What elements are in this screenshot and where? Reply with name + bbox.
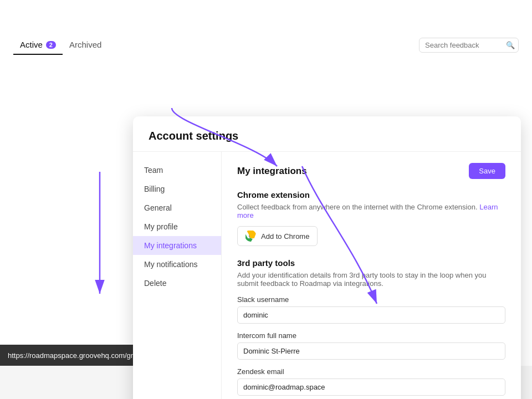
zendesk-label: Zendesk email — [237, 367, 505, 376]
tab-active[interactable]: Active 2 — [13, 35, 63, 55]
intercom-label: Intercom full name — [237, 331, 505, 340]
nav-item-my-notifications[interactable]: My notifications — [133, 255, 221, 274]
intercom-input[interactable] — [237, 342, 505, 360]
search-input[interactable] — [425, 41, 503, 49]
zendesk-input[interactable] — [237, 378, 505, 396]
slack-input[interactable] — [237, 306, 505, 324]
account-settings-modal: Account settings Team Billing General My… — [133, 116, 521, 399]
nav-item-team[interactable]: Team — [133, 161, 221, 180]
third-party-section: 3rd party tools Add your identification … — [237, 258, 505, 399]
search-icon: 🔍 — [506, 41, 515, 49]
chrome-ext-desc: Collect feedback from anywhere on the in… — [237, 203, 505, 219]
save-button[interactable]: Save — [469, 163, 505, 179]
chrome-ext-title: Chrome extension — [237, 190, 505, 200]
modal-sidebar: Team Billing General My profile My integ… — [133, 152, 222, 399]
nav-item-delete[interactable]: Delete — [133, 274, 221, 293]
slack-field-group: Slack username — [237, 295, 505, 324]
third-party-title: 3rd party tools — [237, 258, 505, 268]
intercom-field-group: Intercom full name — [237, 331, 505, 360]
third-party-desc: Add your identification details from 3rd… — [237, 271, 505, 288]
nav-item-my-integrations[interactable]: My integrations — [133, 236, 221, 255]
chrome-extension-section: Chrome extension Collect feedback from a… — [237, 190, 505, 246]
nav-item-general[interactable]: General — [133, 198, 221, 217]
chrome-icon — [245, 231, 257, 242]
tab-archived[interactable]: Archived — [63, 35, 108, 54]
nav-item-billing[interactable]: Billing — [133, 180, 221, 198]
add-to-chrome-label: Add to Chrome — [261, 232, 309, 241]
zendesk-field-group: Zendesk email — [237, 367, 505, 396]
nav-item-my-profile[interactable]: My profile — [133, 217, 221, 236]
slack-label: Slack username — [237, 295, 505, 304]
add-to-chrome-button[interactable]: Add to Chrome — [237, 226, 318, 246]
active-count-badge: 2 — [46, 41, 56, 49]
modal-main-content: My integrations Save Chrome extension Co… — [222, 152, 521, 399]
modal-title: Account settings — [133, 116, 521, 152]
modal-section-title: My integrations — [237, 166, 307, 177]
search-container: 🔍 — [419, 38, 519, 53]
